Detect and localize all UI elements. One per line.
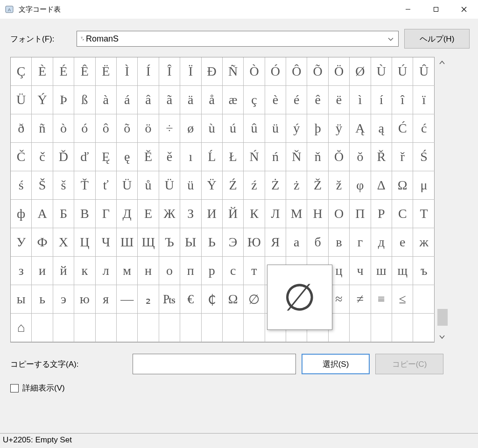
character-cell[interactable]: ₂ <box>138 285 159 314</box>
character-cell[interactable]: н <box>138 257 159 285</box>
character-cell[interactable]: î <box>392 86 413 114</box>
character-cell[interactable]: ı <box>180 143 201 171</box>
help-button[interactable]: ヘルプ(H) <box>404 29 470 49</box>
character-cell[interactable]: Ð <box>202 57 223 86</box>
character-cell[interactable]: Ï <box>180 57 201 86</box>
character-cell[interactable]: ü <box>180 171 201 200</box>
scroll-down-icon[interactable] <box>436 331 448 343</box>
character-cell[interactable]: о <box>159 257 180 285</box>
character-cell[interactable]: ŏ <box>350 143 371 171</box>
character-cell[interactable]: ď <box>74 143 95 171</box>
character-cell[interactable]: ш <box>371 257 392 285</box>
character-cell[interactable]: З <box>180 200 201 228</box>
character-cell[interactable]: Ж <box>159 200 180 228</box>
character-cell[interactable]: Ω <box>392 171 413 200</box>
character-cell[interactable]: ÷ <box>159 114 180 143</box>
character-cell[interactable]: í <box>371 86 392 114</box>
character-cell[interactable]: О <box>329 200 350 228</box>
character-cell[interactable]: ć <box>413 114 434 143</box>
character-cell[interactable]: в <box>329 228 350 257</box>
scroll-up-icon[interactable] <box>436 57 448 68</box>
select-button[interactable]: 選択(S) <box>302 354 370 374</box>
character-cell[interactable]: Ы <box>180 228 201 257</box>
copy-button[interactable]: コピー(C) <box>375 354 443 374</box>
character-cell[interactable]: è <box>265 86 286 114</box>
character-cell[interactable]: ы <box>11 285 32 314</box>
character-cell[interactable]: ę <box>117 143 138 171</box>
character-cell[interactable]: Ž <box>307 171 328 200</box>
character-cell[interactable]: ₧ <box>159 285 180 314</box>
character-cell[interactable]: ≡ <box>371 285 392 314</box>
character-cell[interactable] <box>371 314 392 342</box>
character-cell[interactable]: д <box>371 228 392 257</box>
character-cell[interactable]: Ý <box>32 86 53 114</box>
character-cell[interactable]: г <box>350 228 371 257</box>
character-cell[interactable] <box>392 314 413 342</box>
character-cell[interactable] <box>74 314 95 342</box>
character-cell[interactable]: ≠ <box>350 285 371 314</box>
character-cell[interactable]: ñ <box>32 114 53 143</box>
character-cell[interactable]: Š <box>32 171 53 200</box>
character-cell[interactable] <box>159 314 180 342</box>
character-cell[interactable]: Õ <box>307 57 328 86</box>
character-cell[interactable]: ô <box>96 114 117 143</box>
character-cell[interactable]: Ò <box>244 57 265 86</box>
character-cell[interactable]: ś <box>11 171 32 200</box>
character-cell[interactable]: и <box>32 257 53 285</box>
character-cell[interactable]: Ŏ <box>329 143 350 171</box>
character-cell[interactable]: э <box>53 285 74 314</box>
character-cell[interactable]: φ <box>350 171 371 200</box>
character-cell[interactable]: û <box>244 114 265 143</box>
character-cell[interactable]: р <box>202 257 223 285</box>
character-cell[interactable]: ç <box>244 86 265 114</box>
character-cell[interactable]: é <box>286 86 307 114</box>
character-cell[interactable]: Ф <box>32 228 53 257</box>
character-cell[interactable]: ß <box>74 86 95 114</box>
close-button[interactable] <box>450 0 478 19</box>
character-cell[interactable]: ù <box>202 114 223 143</box>
character-cell[interactable]: Р <box>371 200 392 228</box>
character-cell[interactable]: т <box>244 257 265 285</box>
character-cell[interactable] <box>32 314 53 342</box>
character-cell[interactable]: ů <box>138 171 159 200</box>
character-cell[interactable]: Й <box>223 200 244 228</box>
character-cell[interactable]: Ì <box>117 57 138 86</box>
character-cell[interactable]: ь <box>32 285 53 314</box>
character-cell[interactable]: ü <box>265 114 286 143</box>
character-cell[interactable]: ú <box>223 114 244 143</box>
character-cell[interactable]: У <box>11 228 32 257</box>
character-cell[interactable]: È <box>32 57 53 86</box>
character-cell[interactable]: ≤ <box>392 285 413 314</box>
character-cell[interactable]: л <box>96 257 117 285</box>
character-cell[interactable]: Ę <box>96 143 117 171</box>
character-cell[interactable]: Ц <box>74 228 95 257</box>
character-cell[interactable]: с <box>223 257 244 285</box>
character-cell[interactable]: Ď <box>53 143 74 171</box>
character-cell[interactable] <box>138 314 159 342</box>
advanced-checkbox[interactable] <box>10 384 19 392</box>
character-cell[interactable]: И <box>202 200 223 228</box>
character-cell[interactable]: Ë <box>96 57 117 86</box>
character-cell[interactable]: Ê <box>74 57 95 86</box>
character-cell[interactable]: Н <box>307 200 328 228</box>
character-cell[interactable] <box>202 314 223 342</box>
character-cell[interactable]: Ñ <box>223 57 244 86</box>
character-cell[interactable]: Ь <box>202 228 223 257</box>
character-cell[interactable]: й <box>53 257 74 285</box>
character-cell[interactable]: č <box>32 143 53 171</box>
character-cell[interactable]: Ÿ <box>202 171 223 200</box>
character-cell[interactable]: б <box>307 228 328 257</box>
character-cell[interactable]: Ô <box>286 57 307 86</box>
character-cell[interactable]: Ě <box>138 143 159 171</box>
character-cell[interactable]: Я <box>265 228 286 257</box>
font-dropdown[interactable]: ᵀᵣ RomanS <box>77 31 399 47</box>
character-cell[interactable]: ě <box>159 143 180 171</box>
character-cell[interactable]: Δ <box>371 171 392 200</box>
character-cell[interactable]: ф <box>11 200 32 228</box>
character-cell[interactable]: ю <box>74 285 95 314</box>
character-cell[interactable]: ð <box>11 114 32 143</box>
character-cell[interactable]: Щ <box>138 228 159 257</box>
character-cell[interactable]: Ź <box>223 171 244 200</box>
character-cell[interactable]: Е <box>138 200 159 228</box>
character-cell[interactable]: Х <box>53 228 74 257</box>
